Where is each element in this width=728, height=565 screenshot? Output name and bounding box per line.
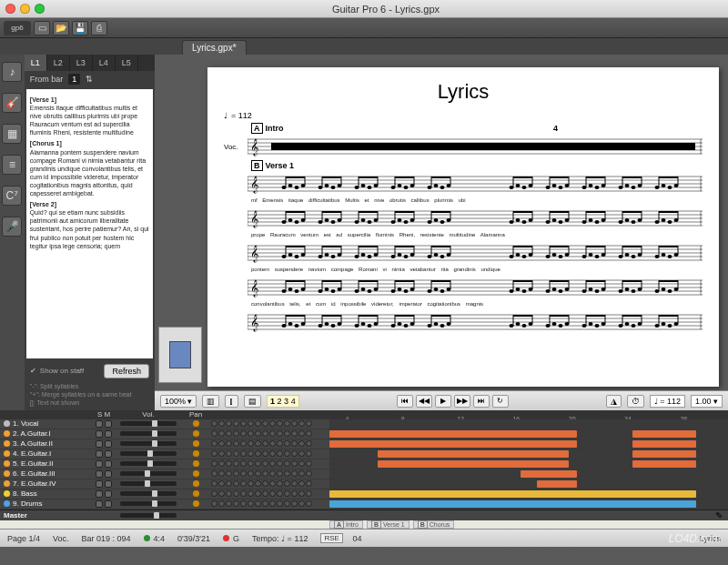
track-timeline[interactable] — [329, 439, 728, 449]
eq-knob[interactable] — [269, 440, 276, 447]
volume-slider[interactable] — [120, 461, 177, 466]
eq-knob[interactable] — [284, 480, 290, 487]
metronome-button[interactable]: ◮ — [606, 395, 622, 408]
eq-knob[interactable] — [218, 440, 225, 447]
mute-button[interactable] — [105, 470, 112, 478]
track-row[interactable]: 7. E.Guitar.IV — [0, 479, 728, 489]
eq-knob[interactable] — [240, 430, 247, 437]
eq-knob[interactable] — [284, 490, 290, 497]
eq-knob[interactable] — [269, 490, 276, 497]
eq-knob[interactable] — [211, 450, 217, 457]
eq-knob[interactable] — [291, 440, 298, 447]
eq-knob[interactable] — [277, 490, 283, 497]
track-timeline[interactable] — [329, 489, 728, 499]
eq-knob[interactable] — [218, 500, 225, 507]
eq-knob[interactable] — [306, 470, 312, 477]
eq-knob[interactable] — [269, 460, 276, 467]
eq-knob[interactable] — [248, 440, 254, 447]
eq-knob[interactable] — [298, 470, 305, 477]
eq-knob[interactable] — [218, 450, 225, 457]
eq-knob[interactable] — [248, 480, 254, 487]
eq-knob[interactable] — [218, 460, 225, 467]
eq-knob[interactable] — [298, 450, 305, 457]
track-row[interactable]: 5. E.Guitar.II — [0, 459, 728, 469]
lyrics-tab-l2[interactable]: L2 — [47, 55, 70, 71]
eq-knob[interactable] — [269, 470, 276, 477]
eq-knob[interactable] — [269, 480, 276, 487]
eq-knob[interactable] — [284, 470, 290, 477]
solo-button[interactable] — [96, 440, 103, 448]
pan-knob[interactable] — [193, 430, 199, 437]
rewind-button[interactable]: ◀◀ — [416, 395, 432, 408]
open-file-button[interactable]: 📂 — [53, 21, 69, 35]
track-timeline[interactable] — [329, 479, 728, 489]
zoom-button[interactable] — [35, 4, 45, 14]
volume-slider[interactable] — [120, 421, 177, 426]
chord-tool-icon[interactable]: C⁷ — [2, 186, 22, 206]
eq-knob[interactable] — [211, 420, 217, 427]
eq-knob[interactable] — [240, 420, 247, 427]
mute-button[interactable] — [105, 440, 112, 448]
eq-knob[interactable] — [218, 490, 225, 497]
eq-knob[interactable] — [269, 450, 276, 457]
eq-knob[interactable] — [248, 500, 254, 507]
eq-knob[interactable] — [269, 420, 276, 427]
mute-button[interactable] — [105, 450, 112, 458]
eq-knob[interactable] — [306, 450, 312, 457]
eq-knob[interactable] — [291, 500, 298, 507]
eq-knob[interactable] — [240, 500, 247, 507]
eq-knob[interactable] — [262, 450, 268, 457]
eq-knob[interactable] — [218, 480, 225, 487]
track-row[interactable]: 2. A.Guitar.I — [0, 429, 728, 439]
eq-knob[interactable] — [226, 450, 232, 457]
mute-button[interactable] — [105, 430, 112, 438]
countdown-button[interactable]: ⏱ — [627, 395, 644, 408]
solo-button[interactable] — [96, 450, 103, 458]
eq-knob[interactable] — [306, 460, 312, 467]
minimize-button[interactable] — [20, 4, 30, 14]
track-row[interactable]: 3. A.Guitar.II — [0, 439, 728, 449]
piano-tool-icon[interactable]: ▦ — [2, 124, 22, 144]
track-timeline[interactable] — [329, 499, 728, 509]
eq-knob[interactable] — [248, 420, 254, 427]
eq-knob[interactable] — [262, 480, 268, 487]
from-bar-stepper[interactable]: ⇅ — [86, 75, 93, 84]
first-button[interactable]: ⏮ — [397, 395, 413, 408]
lyrics-tab-l5[interactable]: L5 — [116, 55, 138, 71]
volume-slider[interactable] — [120, 501, 177, 506]
pan-knob[interactable] — [193, 460, 199, 467]
eq-knob[interactable] — [291, 450, 298, 457]
eq-knob[interactable] — [240, 440, 247, 447]
guitar-tool-icon[interactable]: 🎸 — [2, 93, 22, 113]
pan-knob[interactable] — [193, 450, 199, 457]
eq-knob[interactable] — [248, 430, 254, 437]
mute-button[interactable] — [105, 500, 112, 508]
eq-knob[interactable] — [233, 500, 239, 507]
eq-knob[interactable] — [233, 430, 239, 437]
eq-knob[interactable] — [255, 460, 261, 467]
page-thumbnail[interactable] — [158, 327, 202, 383]
eq-knob[interactable] — [240, 490, 247, 497]
eq-knob[interactable] — [248, 490, 254, 497]
eq-knob[interactable] — [262, 470, 268, 477]
eq-knob[interactable] — [226, 420, 232, 427]
eq-knob[interactable] — [262, 500, 268, 507]
solo-button[interactable] — [96, 460, 103, 468]
eq-knob[interactable] — [255, 420, 261, 427]
track-row[interactable]: 6. E.Guitar.III — [0, 469, 728, 479]
eq-knob[interactable] — [306, 440, 312, 447]
eq-knob[interactable] — [284, 460, 290, 467]
eq-knob[interactable] — [291, 430, 298, 437]
solo-button[interactable] — [96, 500, 103, 508]
eq-knob[interactable] — [255, 500, 261, 507]
eq-knob[interactable] — [233, 470, 239, 477]
eq-knob[interactable] — [284, 450, 290, 457]
eq-knob[interactable] — [277, 460, 283, 467]
close-button[interactable] — [5, 4, 15, 14]
eq-knob[interactable] — [298, 460, 305, 467]
print-button[interactable]: ⎙ — [91, 21, 107, 35]
eq-knob[interactable] — [269, 430, 276, 437]
play-button[interactable]: ▶ — [435, 395, 451, 408]
eq-knob[interactable] — [291, 470, 298, 477]
last-button[interactable]: ⏭ — [473, 395, 490, 408]
